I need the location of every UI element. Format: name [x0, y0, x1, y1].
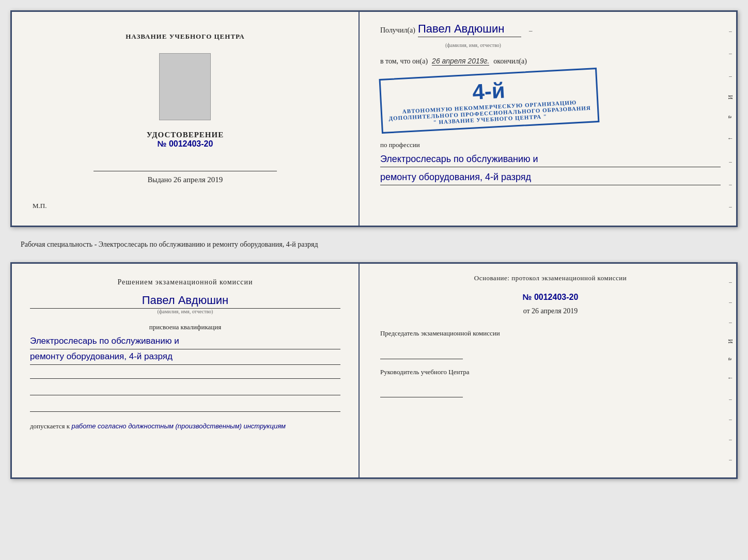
rukovoditel-sig-line	[380, 387, 463, 397]
date-from-line: от 26 апреля 2019	[380, 307, 721, 315]
side-dash-6: –	[729, 203, 732, 210]
dopusk-text: работе согласно должностным (производств…	[71, 422, 286, 430]
predsedatel-label: Председатель экзаменационной комиссии	[380, 328, 721, 339]
bottom-doc-right: Основание: протокол экзаменационной коми…	[360, 264, 736, 477]
side-dash-4: –	[729, 158, 732, 165]
osnovaniye-label: Основание: протокол экзаменационной коми…	[380, 274, 721, 282]
issued-label: Выдано	[148, 176, 172, 184]
side-dash-3: –	[729, 73, 732, 79]
protocol-number: № 0012403-20	[380, 293, 721, 302]
b-side-dash-4: –	[729, 396, 732, 402]
bottom-doc-left: Решением экзаменационной комиссии Павел …	[12, 264, 360, 477]
blank-line-3	[30, 401, 340, 412]
issued-line: Выдано 26 апреля 2019	[33, 175, 338, 184]
rukovoditel-block: Руководитель учебного Центра	[380, 367, 721, 398]
recipient-line: Получил(а) Павел Авдюшин –	[380, 22, 721, 37]
recipient-name: Павел Авдюшин	[418, 22, 521, 37]
profession-line2: ремонту оборудования, 4-й разряд	[380, 170, 721, 185]
vtom-date: 26 апреля 2019г.	[432, 57, 489, 66]
date-from-value: 26 апреля 2019	[532, 307, 578, 315]
b-side-dash-2: –	[729, 299, 732, 305]
b-side-letter-a: а	[726, 358, 734, 360]
kvalif-line2: ремонту оборудования, 4-й разряд	[30, 349, 340, 365]
top-doc-right: Получил(а) Павел Авдюшин – (фамилия, имя…	[360, 12, 736, 226]
bottom-name: Павел Авдюшин	[30, 294, 340, 309]
cert-number: № 0012403-20	[147, 139, 224, 149]
side-letter-a: а	[726, 116, 734, 118]
vtom-line: в том, что он(а) 26 апреля 2019г. окончи…	[380, 57, 721, 66]
issued-date: 26 апреля 2019	[174, 175, 223, 184]
b-side-dash-1: –	[729, 279, 732, 285]
top-document: НАЗВАНИЕ УЧЕБНОГО ЦЕНТРА УДОСТОВЕРЕНИЕ №…	[10, 10, 738, 227]
b-side-dash-3: –	[729, 319, 732, 325]
date-from-label: от	[523, 307, 530, 315]
profession-label: по профессии	[380, 141, 721, 149]
predsedatel-block: Председатель экзаменационной комиссии	[380, 328, 721, 359]
bottom-document: Решением экзаменационной комиссии Павел …	[10, 262, 738, 479]
fio-hint-top: (фамилия, имя, отчество)	[422, 42, 525, 48]
blank-line-1	[30, 367, 340, 379]
cert-title: УДОСТОВЕРЕНИЕ	[147, 131, 224, 139]
okonchil-label: окончил(а)	[493, 57, 527, 66]
vtom-label: в том, что он(а)	[380, 57, 428, 66]
rukovoditel-label: Руководитель учебного Центра	[380, 367, 721, 377]
profession-line1: Электрослесарь по обслуживанию и	[380, 152, 721, 167]
page-wrapper: НАЗВАНИЕ УЧЕБНОГО ЦЕНТРА УДОСТОВЕРЕНИЕ №…	[10, 10, 738, 479]
side-dash-2: –	[729, 50, 732, 56]
komissia-title: Решением экзаменационной комиссии	[30, 277, 340, 287]
side-dash-5: –	[729, 181, 732, 187]
dopusk-label: допускается к	[30, 422, 70, 430]
stamp-block: 4-й АВТОНОМНУЮ НЕКОММЕРЧЕСКУЮ ОРГАНИЗАЦИ…	[379, 68, 599, 134]
photo-placeholder	[159, 53, 211, 120]
predsedatel-sig-line	[380, 349, 463, 359]
top-center-title: НАЗВАНИЕ УЧЕБНОГО ЦЕНТРА	[126, 33, 245, 41]
side-dash-1: –	[729, 28, 732, 34]
mp-label: М.П.	[33, 202, 46, 210]
b-side-dash-5: –	[729, 416, 732, 422]
stamp-wrapper: 4-й АВТОНОМНУЮ НЕКОММЕРЧЕСКУЮ ОРГАНИЗАЦИ…	[380, 68, 721, 133]
b-side-dash-6: –	[729, 436, 732, 442]
side-letter-i: И	[726, 95, 734, 100]
middle-text: Рабочая специальность - Электрослесарь п…	[10, 236, 738, 253]
b-side-arrow: ←	[727, 374, 734, 382]
blank-line-2	[30, 384, 340, 395]
dopusk-line: допускается к работе согласно должностны…	[30, 422, 340, 430]
kvalif-line1: Электрослесарь по обслуживанию и	[30, 334, 340, 349]
b-side-dash-7: –	[729, 456, 732, 462]
recipient-label: Получил(а)	[380, 26, 415, 35]
top-doc-left: НАЗВАНИЕ УЧЕБНОГО ЦЕНТРА УДОСТОВЕРЕНИЕ №…	[12, 12, 360, 226]
bottom-fio-hint: (фамилия, имя, отчество)	[30, 309, 340, 314]
b-side-letter-i: И	[726, 339, 734, 344]
side-arrow: ←	[727, 135, 734, 142]
kvalif-label: присвоена квалификация	[30, 323, 340, 331]
